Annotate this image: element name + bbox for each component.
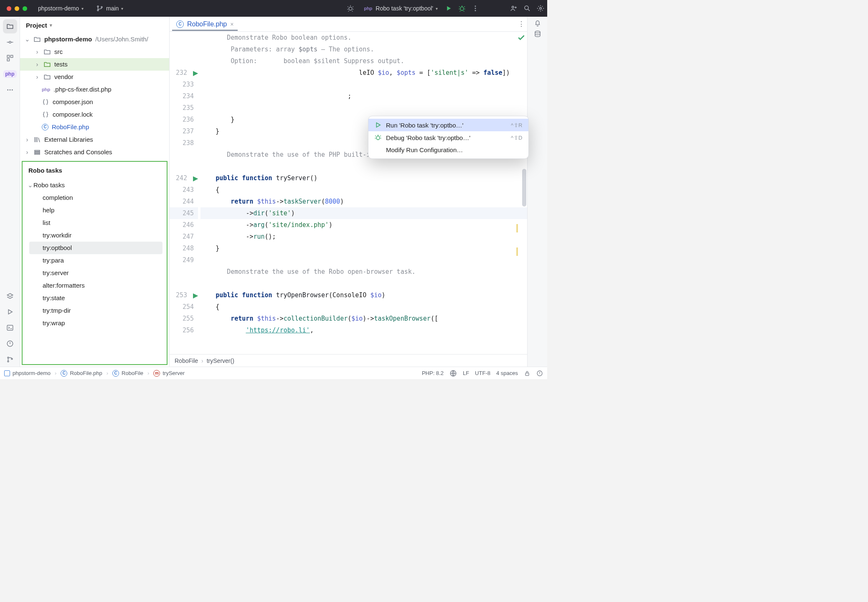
notifications-button[interactable] bbox=[534, 19, 541, 28]
project-tree: ⌄ phpstorm-demo /Users/John.Smith/ › src… bbox=[20, 33, 169, 161]
services-toolwindow-button[interactable] bbox=[3, 289, 17, 303]
structure-toolwindow-button[interactable] bbox=[3, 51, 17, 65]
run-config-switcher[interactable]: php Robo task 'try:optbool' ▾ bbox=[360, 4, 442, 13]
json-icon bbox=[42, 98, 49, 106]
class-icon: C bbox=[112, 370, 119, 377]
tree-scratches[interactable]: › Scratches and Consoles bbox=[20, 146, 169, 158]
close-window-button[interactable] bbox=[7, 6, 11, 11]
status-method: tryServer bbox=[162, 370, 185, 376]
ctx-label: Modify Run Configuration… bbox=[386, 146, 523, 153]
doc-comment: Parameters: bbox=[231, 46, 272, 53]
tree-folder-src[interactable]: › src bbox=[20, 46, 169, 58]
search-everywhere-button[interactable] bbox=[520, 5, 534, 12]
svg-point-7 bbox=[475, 10, 476, 11]
chevron-right-icon: › bbox=[34, 46, 40, 58]
editor-scrollbar-thumb[interactable] bbox=[522, 169, 526, 207]
debug-button[interactable] bbox=[455, 5, 469, 12]
tree-file-composer-json[interactable]: composer.json bbox=[20, 96, 169, 108]
status-file-chip[interactable]: CRoboFile.php bbox=[61, 370, 102, 377]
robo-task-alter-formatters[interactable]: alter:formatters bbox=[23, 279, 167, 292]
bug-run-icon[interactable] bbox=[344, 5, 357, 12]
chevron-down-icon: ▾ bbox=[81, 6, 84, 11]
database-toolwindow-button[interactable] bbox=[534, 30, 541, 39]
status-info-icon[interactable] bbox=[536, 370, 543, 377]
tree-file-composer-lock[interactable]: composer.lock bbox=[20, 108, 169, 121]
code-with-me-button[interactable] bbox=[507, 5, 520, 12]
status-method-chip[interactable]: mtryServer bbox=[153, 370, 185, 377]
inspection-marker[interactable] bbox=[516, 247, 518, 256]
robo-task-help[interactable]: help bbox=[23, 204, 167, 217]
robo-root[interactable]: ⌄ Robo tasks bbox=[23, 179, 167, 191]
status-indent[interactable]: 4 spaces bbox=[496, 370, 518, 376]
run-context-menu: Run 'Robo task 'try:optbo…' ^⇧R Debug 'R… bbox=[368, 116, 529, 159]
ctx-debug-task[interactable]: Debug 'Robo task 'try:optbo…' ^⇧D bbox=[368, 131, 528, 144]
robo-task-label: try:tmp-dir bbox=[43, 304, 71, 317]
settings-button[interactable] bbox=[534, 5, 547, 12]
robo-task-label: list bbox=[43, 217, 50, 229]
inspection-ok-icon[interactable] bbox=[517, 33, 525, 43]
tree-file-phpcs[interactable]: php .php-cs-fixer.dist.php bbox=[20, 83, 169, 96]
readonly-lock-icon[interactable] bbox=[524, 370, 530, 377]
scratch-icon bbox=[33, 148, 41, 156]
run-gutter-icon[interactable]: ▶ bbox=[193, 69, 198, 77]
tree-external-libraries[interactable]: › External Libraries bbox=[20, 133, 169, 146]
ctx-run-task[interactable]: Run 'Robo task 'try:optbo…' ^⇧R bbox=[368, 119, 528, 131]
tree-label: composer.lock bbox=[53, 108, 93, 121]
project-panel-header[interactable]: Project ▾ bbox=[20, 17, 169, 33]
terminal-toolwindow-button[interactable] bbox=[3, 321, 17, 335]
tree-label: Scratches and Consoles bbox=[44, 146, 112, 158]
inspection-marker[interactable] bbox=[516, 224, 518, 232]
run-gutter-icon[interactable]: ▶ bbox=[193, 291, 198, 299]
status-php-version[interactable]: PHP: 8.2 bbox=[422, 370, 444, 376]
run-gutter-icon[interactable]: ▶ bbox=[193, 174, 198, 182]
robo-task-try-workdir[interactable]: try:workdir bbox=[23, 229, 167, 242]
close-tab-button[interactable]: × bbox=[230, 21, 233, 28]
deployment-icon[interactable] bbox=[449, 370, 457, 377]
line-number: 247 bbox=[180, 231, 198, 242]
robo-task-completion[interactable]: completion bbox=[23, 191, 167, 204]
project-switcher[interactable]: phpstorm-demo ▾ bbox=[34, 4, 88, 13]
run-toolwindow-button[interactable] bbox=[3, 305, 17, 319]
run-button[interactable] bbox=[442, 5, 455, 12]
code-text[interactable]: Demonstrate Robo boolean options. Parame… bbox=[198, 32, 527, 354]
robo-task-try-wrap[interactable]: try:wrap bbox=[23, 317, 167, 329]
status-encoding[interactable]: UTF-8 bbox=[475, 370, 490, 376]
tree-root[interactable]: ⌄ phpstorm-demo /Users/John.Smith/ bbox=[20, 33, 169, 46]
code-editor[interactable]: 232▶ 233 234 235 236 237 238 242▶ 243 24… bbox=[170, 32, 527, 354]
status-line-ending[interactable]: LF bbox=[463, 370, 469, 376]
php-toolwindow-button[interactable]: php bbox=[3, 67, 17, 81]
tab-robofile[interactable]: C RoboFile.php × bbox=[172, 18, 238, 31]
branch-switcher[interactable]: main ▾ bbox=[92, 3, 127, 13]
breadcrumb-file[interactable]: RoboFile bbox=[175, 357, 198, 364]
line-number: 238 bbox=[180, 137, 198, 149]
tree-folder-vendor[interactable]: › vendor bbox=[20, 71, 169, 83]
more-toolwindows-button[interactable] bbox=[3, 83, 17, 97]
vcs-toolwindow-button[interactable] bbox=[3, 352, 17, 367]
robo-task-try-tmp-dir[interactable]: try:tmp-dir bbox=[23, 304, 167, 317]
minimize-window-button[interactable] bbox=[15, 6, 19, 11]
more-button[interactable] bbox=[469, 5, 482, 12]
svg-point-0 bbox=[97, 6, 99, 7]
ctx-modify-config[interactable]: Modify Run Configuration… bbox=[368, 144, 528, 156]
robo-panel-title: Robo tasks bbox=[23, 162, 167, 179]
maximize-window-button[interactable] bbox=[23, 6, 27, 11]
project-toolwindow-button[interactable] bbox=[3, 19, 17, 33]
editor-tabs-more[interactable]: ⋮ bbox=[518, 20, 525, 28]
robo-task-try-state[interactable]: try:state bbox=[23, 292, 167, 304]
chevron-right-icon: › bbox=[24, 146, 30, 158]
line-number: 256 bbox=[180, 324, 198, 336]
robo-task-list[interactable]: list bbox=[23, 217, 167, 229]
robo-task-try-optbool[interactable]: try:optbool bbox=[29, 242, 162, 254]
status-project-chip[interactable]: phpstorm-demo bbox=[4, 370, 51, 376]
json-icon bbox=[42, 111, 49, 118]
breadcrumb-method[interactable]: tryServer() bbox=[207, 357, 234, 364]
editor-tabs: C RoboFile.php × ⋮ bbox=[170, 17, 527, 32]
tree-folder-tests[interactable]: › tests bbox=[20, 58, 169, 71]
robo-task-try-para[interactable]: try:para bbox=[23, 254, 167, 267]
svg-point-9 bbox=[525, 6, 528, 10]
problems-toolwindow-button[interactable] bbox=[3, 337, 17, 351]
tree-file-robofile[interactable]: C RoboFile.php bbox=[20, 121, 169, 133]
commit-toolwindow-button[interactable] bbox=[3, 35, 17, 49]
robo-task-try-server[interactable]: try:server bbox=[23, 267, 167, 279]
status-class-chip[interactable]: CRoboFile bbox=[112, 370, 143, 377]
